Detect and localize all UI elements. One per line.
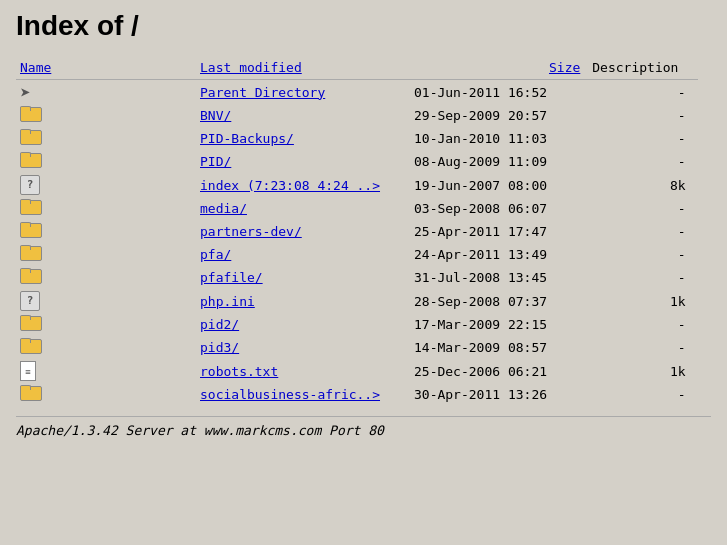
file-name-cell: BNV/ <box>196 104 410 127</box>
file-link[interactable]: media/ <box>200 201 247 216</box>
file-size-cell: - <box>588 127 697 150</box>
file-size-cell: 8k <box>588 173 697 197</box>
sort-by-modified[interactable]: Last modified <box>200 60 302 75</box>
table-row: pid2/17-Mar-2009 22:15- <box>16 313 711 336</box>
table-row: ➤Parent Directory01-Jun-2011 16:52- <box>16 80 711 105</box>
file-link[interactable]: pfafile/ <box>200 270 263 285</box>
table-row: pfafile/31-Jul-2008 13:45- <box>16 266 711 289</box>
file-link[interactable]: pid3/ <box>200 340 239 355</box>
file-description-cell <box>698 104 711 127</box>
file-icon-cell <box>16 127 196 150</box>
folder-icon <box>20 268 40 284</box>
file-name-cell: PID/ <box>196 150 410 173</box>
file-size-cell: 1k <box>588 359 697 383</box>
file-icon-cell <box>16 150 196 173</box>
file-description-cell <box>698 336 711 359</box>
table-row: pfa/24-Apr-2011 13:49- <box>16 243 711 266</box>
server-footer: Apache/1.3.42 Server at www.markcms.com … <box>16 423 711 438</box>
file-name-cell: Parent Directory <box>196 80 410 105</box>
file-description-cell <box>698 383 711 406</box>
file-modified-cell: 10-Jan-2010 11:03 <box>410 127 588 150</box>
file-listing-table: Name Last modified Size Description ➤Par… <box>16 58 711 406</box>
file-modified-cell: 19-Jun-2007 08:00 <box>410 173 588 197</box>
file-icon-cell: ? <box>16 173 196 197</box>
folder-icon <box>20 106 40 122</box>
sort-by-size[interactable]: Size <box>549 60 580 75</box>
file-description-cell <box>698 127 711 150</box>
file-name-cell: socialbusiness-afric..> <box>196 383 410 406</box>
file-description-cell <box>698 313 711 336</box>
file-description-cell <box>698 150 711 173</box>
file-link[interactable]: pid2/ <box>200 317 239 332</box>
folder-icon <box>20 222 40 238</box>
file-link[interactable]: PID-Backups/ <box>200 131 294 146</box>
table-row: PID/08-Aug-2009 11:09- <box>16 150 711 173</box>
file-modified-cell: 01-Jun-2011 16:52 <box>410 80 588 105</box>
file-size-cell: - <box>588 150 697 173</box>
file-description-cell <box>698 243 711 266</box>
file-link[interactable]: socialbusiness-afric..> <box>200 387 380 402</box>
folder-icon <box>20 199 40 215</box>
folder-icon <box>20 385 40 401</box>
footer-divider <box>16 416 711 417</box>
file-size-cell: - <box>588 383 697 406</box>
table-row: robots.txt25-Dec-2006 06:211k <box>16 359 711 383</box>
file-icon-cell <box>16 197 196 220</box>
file-modified-cell: 17-Mar-2009 22:15 <box>410 313 588 336</box>
file-size-cell: - <box>588 336 697 359</box>
file-link[interactable]: index (7:23:08 4:24 ..> <box>200 178 380 193</box>
file-icon-cell <box>16 104 196 127</box>
folder-icon <box>20 152 40 168</box>
col-header-name[interactable]: Name <box>16 58 196 80</box>
file-modified-cell: 28-Sep-2008 07:37 <box>410 289 588 313</box>
file-description-cell <box>698 266 711 289</box>
folder-icon <box>20 338 40 354</box>
file-modified-cell: 24-Apr-2011 13:49 <box>410 243 588 266</box>
file-link[interactable]: php.ini <box>200 294 255 309</box>
file-size-cell: - <box>588 104 697 127</box>
file-size-cell: 1k <box>588 289 697 313</box>
file-link[interactable]: PID/ <box>200 154 231 169</box>
col-header-modified[interactable]: Last modified <box>196 58 410 80</box>
file-icon-cell: ➤ <box>16 80 196 105</box>
table-row: socialbusiness-afric..>30-Apr-2011 13:26… <box>16 383 711 406</box>
col-header-size[interactable]: Size <box>410 58 588 80</box>
file-size-cell: - <box>588 243 697 266</box>
file-description-cell <box>698 197 711 220</box>
file-modified-cell: 31-Jul-2008 13:45 <box>410 266 588 289</box>
file-icon-cell: ? <box>16 289 196 313</box>
file-modified-cell: 29-Sep-2009 20:57 <box>410 104 588 127</box>
file-size-cell: - <box>588 197 697 220</box>
table-row: ?php.ini28-Sep-2008 07:371k <box>16 289 711 313</box>
table-row: partners-dev/25-Apr-2011 17:47- <box>16 220 711 243</box>
file-modified-cell: 03-Sep-2008 06:07 <box>410 197 588 220</box>
file-modified-cell: 25-Apr-2011 17:47 <box>410 220 588 243</box>
file-description-cell <box>698 359 711 383</box>
file-name-cell: media/ <box>196 197 410 220</box>
sort-by-name[interactable]: Name <box>20 60 51 75</box>
unknown-icon: ? <box>20 291 40 311</box>
file-link[interactable]: partners-dev/ <box>200 224 302 239</box>
file-link[interactable]: Parent Directory <box>200 85 325 100</box>
file-description-cell <box>698 80 711 105</box>
table-row: ?index (7:23:08 4:24 ..>19-Jun-2007 08:0… <box>16 173 711 197</box>
file-modified-cell: 25-Dec-2006 06:21 <box>410 359 588 383</box>
col-header-description: Description <box>588 58 697 80</box>
file-description-cell <box>698 173 711 197</box>
file-size-cell: - <box>588 80 697 105</box>
table-header: Name Last modified Size Description <box>16 58 711 80</box>
file-description-cell <box>698 289 711 313</box>
file-link[interactable]: BNV/ <box>200 108 231 123</box>
table-row: BNV/29-Sep-2009 20:57- <box>16 104 711 127</box>
file-name-cell: php.ini <box>196 289 410 313</box>
file-link[interactable]: pfa/ <box>200 247 231 262</box>
file-icon-cell <box>16 266 196 289</box>
file-link[interactable]: robots.txt <box>200 364 278 379</box>
file-name-cell: pfafile/ <box>196 266 410 289</box>
file-icon-cell <box>16 313 196 336</box>
file-icon-cell <box>16 336 196 359</box>
file-name-cell: index (7:23:08 4:24 ..> <box>196 173 410 197</box>
file-name-cell: PID-Backups/ <box>196 127 410 150</box>
file-name-cell: pid3/ <box>196 336 410 359</box>
table-row: pid3/14-Mar-2009 08:57- <box>16 336 711 359</box>
